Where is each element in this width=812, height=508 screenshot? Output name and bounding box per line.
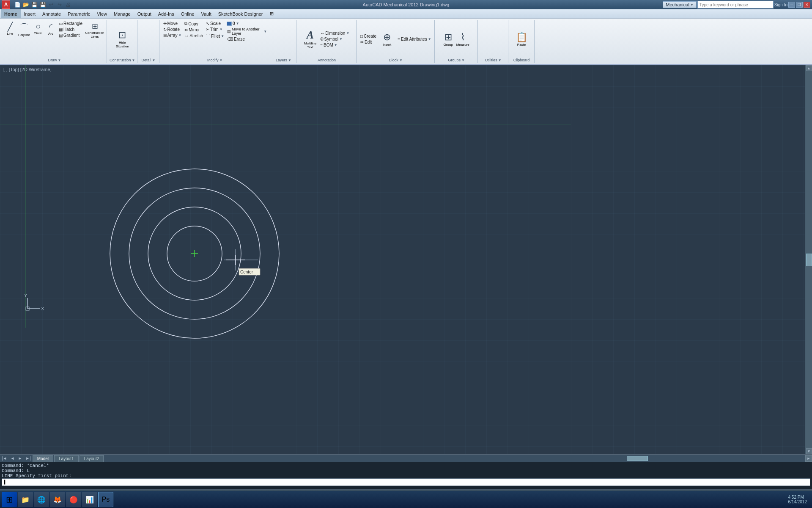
paste-button[interactable]: 📋 Paste xyxy=(515,31,529,47)
viewport[interactable]: [-] [Top] [2D Wireframe] xyxy=(0,65,812,454)
redo-button[interactable]: ↪ xyxy=(56,1,63,8)
menu-sketchbook[interactable]: SketchBook Designer xyxy=(215,9,266,18)
stretch-button[interactable]: ↔ Stretch xyxy=(183,33,204,39)
dimension-button[interactable]: ↔ Dimension ▼ xyxy=(319,30,351,36)
menu-extra[interactable]: ⊞ xyxy=(266,9,277,18)
detail-dropdown[interactable]: ▼ xyxy=(152,58,156,62)
move-to-layer-button[interactable]: ▤ Move to Another Layer ▼ xyxy=(226,27,268,36)
rotate-button[interactable]: ↻ Rotate xyxy=(162,27,183,32)
workspace-name: Mechanical xyxy=(666,2,689,7)
workspace-selector[interactable]: Mechanical ▼ xyxy=(663,1,697,8)
multiline-text-button[interactable]: A MultilineText xyxy=(303,28,318,50)
edit-button[interactable]: ✏ Edit xyxy=(359,39,378,45)
layer-0-selector[interactable]: 0 ▼ xyxy=(226,21,268,26)
group-button[interactable]: ⊞ Group xyxy=(442,31,454,47)
taskbar-explorer[interactable]: 📁 xyxy=(18,492,33,507)
tab-layout2[interactable]: Layout2 xyxy=(80,455,104,462)
rotate-icon: ↻ xyxy=(163,27,167,32)
ribbon-group-modify: ✛ Move ↻ Rotate ⊞ Array ▼ ⧉ Copy ⇔ Mirro… xyxy=(160,20,271,63)
trim-button[interactable]: ✂ Trim ▼ xyxy=(205,27,225,32)
taskbar-firefox[interactable]: 🦊 xyxy=(50,492,65,507)
utilities-dropdown[interactable]: ▼ xyxy=(498,58,502,62)
undo-button[interactable]: ↩ xyxy=(47,1,55,8)
windows-taskbar: ⊞ 📁 🌐 🦊 🔴 📊 Ps 4:52 PM6/14/2012 xyxy=(0,491,812,508)
create-icon: □ xyxy=(360,34,363,39)
array-button[interactable]: ⊞ Array ▼ xyxy=(162,33,183,38)
symbol-button[interactable]: © Symbol ▼ xyxy=(319,36,351,42)
menu-home[interactable]: Home xyxy=(1,9,21,18)
new-button[interactable]: 📄 xyxy=(14,1,21,8)
edit-attributes-button[interactable]: ≡ Edit Attributes ▼ xyxy=(396,36,432,42)
construction-dropdown[interactable]: ▼ xyxy=(132,58,135,62)
taskbar-photoshop[interactable]: Ps xyxy=(98,492,113,507)
layout-nav-prev[interactable]: ◄ xyxy=(9,456,16,461)
menu-output[interactable]: Output xyxy=(134,9,155,18)
layout-nav-first[interactable]: |◄ xyxy=(0,456,9,461)
move-button[interactable]: ✛ Move xyxy=(162,21,183,26)
vscroll-thumb[interactable] xyxy=(806,254,812,266)
close-button[interactable]: ✕ xyxy=(804,2,810,8)
menu-manage[interactable]: Manage xyxy=(110,9,134,18)
command-input[interactable]: ▌ xyxy=(2,478,810,486)
menu-parametric[interactable]: Parametric xyxy=(64,9,93,18)
vscroll-track2[interactable] xyxy=(806,266,812,449)
circle-button[interactable]: ○ Circle xyxy=(32,21,44,36)
layers-dropdown[interactable]: ▼ xyxy=(288,58,291,62)
mirror-button[interactable]: ⇔ Mirror xyxy=(183,27,204,33)
save-button[interactable]: 💾 xyxy=(30,1,38,8)
block-dropdown[interactable]: ▼ xyxy=(399,58,403,62)
tab-layout1[interactable]: Layout1 xyxy=(54,455,79,462)
create-button[interactable]: □ Create xyxy=(359,33,378,39)
hide-situation-button[interactable]: ⊡ HideSituation xyxy=(115,29,130,49)
construction-lines-button[interactable]: ⊞ Construction Lines xyxy=(85,21,105,39)
restore-button[interactable]: ❐ xyxy=(796,2,803,8)
modify-dropdown[interactable]: ▼ xyxy=(219,58,223,62)
fillet-button[interactable]: ⌒ Fillet ▼ xyxy=(205,33,225,39)
menu-annotate[interactable]: Annotate xyxy=(39,9,64,18)
open-button[interactable]: 📂 xyxy=(22,1,30,8)
menu-view[interactable]: View xyxy=(93,9,110,18)
hscroll-right[interactable]: ► xyxy=(805,455,812,462)
taskbar-app1[interactable]: 🔴 xyxy=(66,492,81,507)
layout-nav-next[interactable]: ► xyxy=(16,456,24,461)
insert-button[interactable]: ⊕ Insert xyxy=(379,31,395,47)
start-button[interactable]: ⊞ xyxy=(2,492,17,507)
ribbon-group-clipboard: 📋 Paste Clipboard xyxy=(509,20,535,63)
minimize-button[interactable]: ─ xyxy=(788,2,795,8)
search-box[interactable]: Type a keyword or phrase xyxy=(697,1,774,8)
signin-button[interactable]: Sign In xyxy=(774,3,787,7)
erase-button[interactable]: ⌫ Erase xyxy=(226,36,268,42)
measure-button[interactable]: ⌇ Measure xyxy=(455,31,471,47)
layer-swatch xyxy=(227,22,232,26)
save-as-button[interactable]: 💾 xyxy=(39,1,47,8)
polyline-button[interactable]: ⌒ Polyline xyxy=(17,21,31,38)
layers-label: Layers▼ xyxy=(276,58,291,62)
hatch-button[interactable]: ▦ Hatch xyxy=(58,27,84,32)
rectangle-button[interactable]: ▭ Rectangle xyxy=(58,21,84,26)
gradient-button[interactable]: ▤ Gradient xyxy=(58,33,84,38)
vertical-scrollbar[interactable]: ▲ ▼ xyxy=(805,65,812,454)
tab-model[interactable]: Model xyxy=(33,455,53,462)
groups-dropdown[interactable]: ▼ xyxy=(461,58,465,62)
drawing-canvas[interactable]: Center X Y xyxy=(0,65,812,454)
menu-online[interactable]: Online xyxy=(178,9,198,18)
draw-dropdown[interactable]: ▼ xyxy=(58,58,61,62)
menu-insert[interactable]: Insert xyxy=(21,9,39,18)
copy-button[interactable]: ⧉ Copy xyxy=(183,21,204,27)
vscroll-down[interactable]: ▼ xyxy=(806,448,812,454)
taskbar-app2[interactable]: 📊 xyxy=(82,492,97,507)
scale-button[interactable]: ⤡ Scale xyxy=(205,21,225,26)
line-button[interactable]: ╱ Line xyxy=(4,21,16,36)
menu-vault[interactable]: Vault xyxy=(198,9,214,18)
construction-label: Construction▼ xyxy=(110,58,135,62)
vscroll-up[interactable]: ▲ xyxy=(806,65,812,71)
menu-addins[interactable]: Add-Ins xyxy=(155,9,178,18)
bom-button[interactable]: ≡ BOM ▼ xyxy=(319,42,351,48)
hscroll-thumb[interactable] xyxy=(627,456,648,461)
arc-button[interactable]: ◜ Arc xyxy=(45,21,57,36)
vscroll-track[interactable] xyxy=(806,71,812,254)
insert-label: Insert xyxy=(383,43,391,47)
taskbar-browser[interactable]: 🌐 xyxy=(34,492,49,507)
print-button[interactable]: 🖨 xyxy=(64,1,72,8)
layout-nav-last[interactable]: ►| xyxy=(24,456,33,461)
